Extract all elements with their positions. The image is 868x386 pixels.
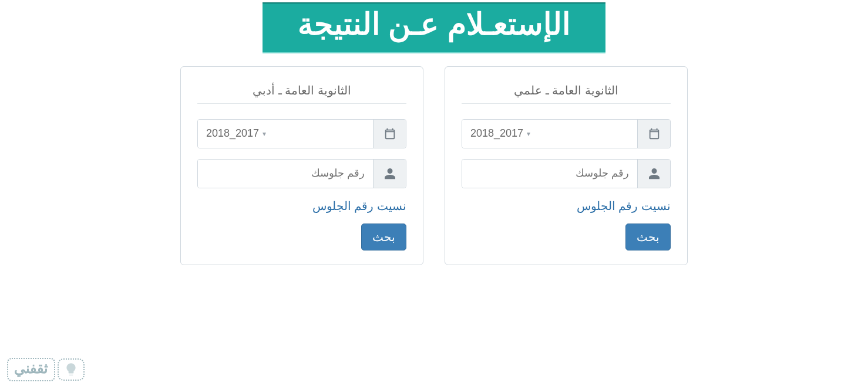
card-science: الثانوية العامة ـ علمي ▾ 2017_2018 نسيت … — [445, 66, 688, 265]
card-literary: الثانوية العامة ـ أدبي ▾ 2017_2018 نسيت … — [180, 66, 423, 265]
search-button[interactable]: بحث — [361, 224, 406, 250]
lightbulb-icon — [58, 358, 85, 381]
search-button[interactable]: بحث — [625, 224, 671, 250]
card-title: الثانوية العامة ـ علمي — [462, 83, 671, 104]
year-value: 2017_2018 — [470, 127, 523, 140]
forgot-seat-link[interactable]: نسيت رقم الجلوس — [577, 199, 671, 212]
year-select[interactable]: ▾ 2017_2018 — [197, 119, 406, 148]
year-value: 2017_2018 — [206, 127, 259, 140]
seat-input-group — [197, 159, 406, 188]
cards-container: الثانوية العامة ـ أدبي ▾ 2017_2018 نسيت … — [0, 66, 868, 265]
seat-input[interactable] — [198, 160, 373, 188]
forgot-seat-link[interactable]: نسيت رقم الجلوس — [312, 199, 406, 212]
logo-text: ثقفني — [7, 358, 55, 381]
year-select[interactable]: ▾ 2017_2018 — [462, 119, 671, 148]
chevron-down-icon: ▾ — [527, 130, 530, 138]
site-logo: ثقفني — [7, 358, 85, 381]
seat-input-group — [462, 159, 671, 188]
page-banner: الإستعـلام عـن النتيجة — [0, 0, 868, 53]
card-title: الثانوية العامة ـ أدبي — [197, 83, 406, 104]
seat-input[interactable] — [462, 160, 637, 188]
calendar-icon — [373, 120, 406, 148]
chevron-down-icon: ▾ — [263, 130, 266, 138]
user-icon — [637, 160, 670, 188]
user-icon — [373, 160, 406, 188]
calendar-icon — [637, 120, 670, 148]
page-title: الإستعـلام عـن النتيجة — [263, 2, 605, 53]
